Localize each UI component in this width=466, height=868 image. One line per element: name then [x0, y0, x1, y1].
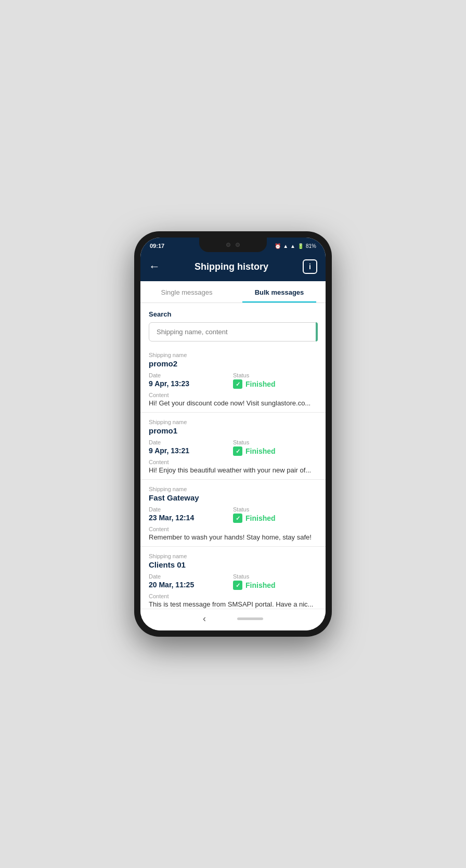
shipping-name-0: promo2: [149, 359, 317, 368]
check-box-2: ✓: [233, 514, 242, 523]
bottom-nav: ‹: [140, 609, 326, 630]
battery-percent: 81%: [306, 243, 316, 249]
content-label-1: Content: [149, 459, 317, 465]
date-block-3: Date 20 Mar, 11:25: [149, 573, 233, 589]
search-input-wrap: [149, 322, 317, 341]
shipping-name-3: Clients 01: [149, 560, 317, 569]
nav-back-button[interactable]: ‹: [203, 613, 206, 624]
camera-dot-left: [226, 243, 230, 247]
tab-bulk-messages[interactable]: Bulk messages: [233, 281, 326, 303]
info-button[interactable]: i: [303, 259, 317, 274]
check-mark-1: ✓: [236, 448, 240, 455]
status-label-1: Status: [233, 439, 317, 445]
search-section: Search: [140, 303, 326, 346]
check-mark-3: ✓: [236, 582, 240, 589]
shipping-name-label-0: Shipping name: [149, 352, 317, 358]
search-accent: [316, 322, 318, 341]
shipping-list: Shipping name promo2 Date 9 Apr, 13:23 S…: [140, 346, 326, 609]
shipping-name-2: Fast Gateway: [149, 493, 317, 502]
back-button[interactable]: ←: [149, 260, 160, 273]
date-block-2: Date 23 Mar, 12:14: [149, 506, 233, 522]
shipping-name-1: promo1: [149, 426, 317, 435]
alarm-icon: ⏰: [275, 243, 281, 249]
list-item[interactable]: Shipping name Fast Gateway Date 23 Mar, …: [140, 480, 326, 547]
status-block-0: Status ✓ Finished: [233, 372, 317, 389]
search-input[interactable]: [149, 322, 317, 341]
status-label-2: Status: [233, 506, 317, 512]
content-text-1: Hi! Enjoy this beautiful weather with yo…: [149, 466, 317, 474]
tab-single-messages[interactable]: Single messages: [140, 281, 233, 303]
date-status-row-0: Date 9 Apr, 13:23 Status ✓ Finished: [149, 372, 317, 389]
phone-frame: 09:17 ⏰ ▲ ▲ 🔋 81% ← Shipping history i S…: [134, 231, 332, 637]
shipping-name-label-1: Shipping name: [149, 419, 317, 425]
content-label-2: Content: [149, 526, 317, 532]
phone-screen: 09:17 ⏰ ▲ ▲ 🔋 81% ← Shipping history i S…: [140, 238, 326, 630]
date-value-2: 23 Mar, 12:14: [149, 514, 233, 522]
wifi-icon: ▲: [283, 243, 288, 249]
content-label-0: Content: [149, 392, 317, 398]
date-status-row-1: Date 9 Apr, 13:21 Status ✓ Finished: [149, 439, 317, 456]
status-label-0: Status: [233, 372, 317, 378]
status-block-1: Status ✓ Finished: [233, 439, 317, 456]
check-box-1: ✓: [233, 446, 242, 456]
date-status-row-3: Date 20 Mar, 11:25 Status ✓ Finished: [149, 573, 317, 590]
content-label-3: Content: [149, 593, 317, 599]
content-text-0: Hi! Get your discount code now! Visit su…: [149, 399, 317, 407]
app-header: ← Shipping history i: [140, 254, 326, 281]
status-time: 09:17: [150, 243, 164, 249]
status-block-3: Status ✓ Finished: [233, 573, 317, 590]
status-bar: 09:17 ⏰ ▲ ▲ 🔋 81%: [140, 238, 326, 254]
camera-dot-right: [236, 243, 240, 247]
check-mark-0: ✓: [236, 381, 240, 388]
shipping-name-label-3: Shipping name: [149, 553, 317, 559]
check-box-0: ✓: [233, 379, 242, 389]
status-value-1: ✓ Finished: [233, 446, 317, 456]
tab-bar: Single messages Bulk messages: [140, 281, 326, 303]
list-item[interactable]: Shipping name promo1 Date 9 Apr, 13:21 S…: [140, 413, 326, 480]
status-label-3: Status: [233, 573, 317, 580]
status-block-2: Status ✓ Finished: [233, 506, 317, 523]
date-value-0: 9 Apr, 13:23: [149, 379, 233, 388]
search-label: Search: [149, 310, 317, 318]
home-indicator: [237, 617, 263, 620]
list-item[interactable]: Shipping name promo2 Date 9 Apr, 13:23 S…: [140, 346, 326, 413]
status-icons: ⏰ ▲ ▲ 🔋 81%: [275, 243, 316, 249]
list-item[interactable]: Shipping name Clients 01 Date 20 Mar, 11…: [140, 547, 326, 609]
status-value-0: ✓ Finished: [233, 379, 317, 389]
date-label-2: Date: [149, 506, 233, 512]
content-text-3: This is test message from SMSAPI portal.…: [149, 600, 317, 608]
status-value-3: ✓ Finished: [233, 581, 317, 590]
check-mark-2: ✓: [236, 515, 240, 522]
date-block-1: Date 9 Apr, 13:21: [149, 439, 233, 455]
notch: [199, 238, 267, 252]
status-value-2: ✓ Finished: [233, 514, 317, 523]
content-text-2: Remember to wash your hands! Stay home, …: [149, 533, 317, 541]
check-box-3: ✓: [233, 581, 242, 590]
shipping-name-label-2: Shipping name: [149, 486, 317, 492]
date-status-row-2: Date 23 Mar, 12:14 Status ✓ Finished: [149, 506, 317, 523]
page-title: Shipping history: [195, 261, 268, 272]
battery-icon: 🔋: [297, 243, 304, 249]
date-label-1: Date: [149, 439, 233, 445]
signal-icon: ▲: [290, 243, 295, 249]
date-label-0: Date: [149, 372, 233, 378]
date-block-0: Date 9 Apr, 13:23: [149, 372, 233, 388]
date-value-1: 9 Apr, 13:21: [149, 446, 233, 455]
date-value-3: 20 Mar, 11:25: [149, 581, 233, 589]
date-label-3: Date: [149, 573, 233, 580]
